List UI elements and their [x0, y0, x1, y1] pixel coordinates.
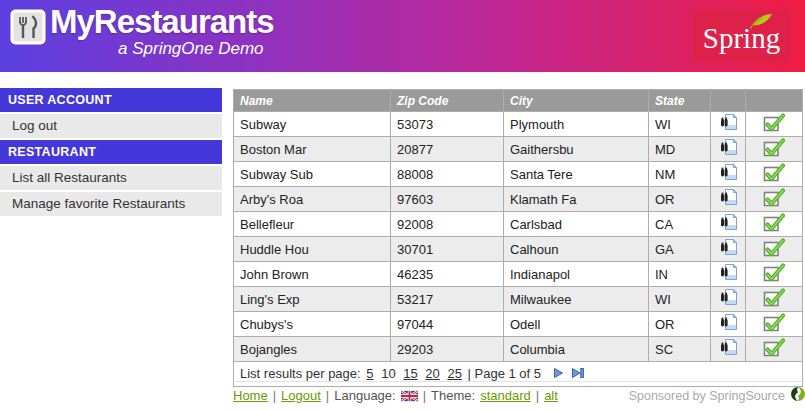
table-row: Boston Mar 20877 Gaithersbu MD — [234, 137, 803, 162]
favorite-checkbox[interactable] — [763, 138, 785, 157]
column-header-zip: Zip Code — [391, 90, 504, 112]
cell-city: Klamath Fa — [504, 187, 649, 212]
springsource-logo-icon — [791, 387, 805, 404]
favorite-checked-icon — [763, 245, 785, 260]
view-details-button[interactable] — [719, 189, 738, 206]
view-details-icon — [719, 119, 738, 134]
view-details-icon — [719, 269, 738, 284]
separator: | — [273, 388, 276, 403]
view-details-button[interactable] — [719, 314, 738, 331]
view-details-icon — [719, 294, 738, 309]
column-header-state: State — [649, 90, 711, 112]
per-page-option-25[interactable]: 25 — [447, 366, 461, 381]
per-page-option-5[interactable]: 5 — [366, 366, 373, 381]
next-page-button[interactable] — [553, 367, 564, 379]
sidebar-section-restaurant: RESTAURANT — [0, 140, 222, 166]
table-header-row: Name Zip Code City State — [234, 90, 803, 112]
theme-alt-link[interactable]: alt — [544, 388, 558, 403]
favorite-checkbox[interactable] — [763, 263, 785, 282]
cell-city: Odell — [504, 312, 649, 337]
cell-state: WI — [649, 287, 711, 312]
view-details-button[interactable] — [719, 239, 738, 256]
cell-state: CA — [649, 212, 711, 237]
view-details-button[interactable] — [719, 139, 738, 156]
cell-name: Subway — [234, 112, 391, 137]
cell-city: Calhoun — [504, 237, 649, 262]
sidebar-item-logout[interactable]: Log out — [0, 114, 222, 140]
cell-state: OR — [649, 187, 711, 212]
view-details-button[interactable] — [719, 164, 738, 181]
table-row: Subway Sub 88008 Santa Tere NM — [234, 162, 803, 187]
column-header-name: Name — [234, 90, 391, 112]
page-status: | Page 1 of 5 — [468, 366, 542, 381]
cell-city: Plymouth — [504, 112, 649, 137]
cell-state: NM — [649, 162, 711, 187]
cell-zip: 29203 — [391, 337, 504, 362]
footer: Home | Logout | Language: | Theme: stand… — [233, 381, 805, 407]
restaurants-table: Name Zip Code City State Subway 53073 Pl… — [233, 89, 803, 387]
app-header: MyRestaurants a SpringOne Demo Spring — [0, 0, 805, 72]
cell-state: GA — [649, 237, 711, 262]
title-block: MyRestaurants a SpringOne Demo — [50, 2, 274, 59]
view-details-button[interactable] — [719, 289, 738, 306]
cell-name: Bellefleur — [234, 212, 391, 237]
theme-standard-link[interactable]: standard — [480, 388, 531, 403]
sidebar-item-list-all-restaurants[interactable]: List all Restaurants — [0, 166, 222, 192]
table-row: Bellefleur 92008 Carlsbad CA — [234, 212, 803, 237]
cell-city: Santa Tere — [504, 162, 649, 187]
table-row: Bojangles 29203 Columbia SC — [234, 337, 803, 362]
cell-zip: 88008 — [391, 162, 504, 187]
favorite-checkbox[interactable] — [763, 313, 785, 332]
per-page-option-20[interactable]: 20 — [425, 366, 439, 381]
spring-logo: Spring — [693, 10, 790, 62]
view-details-icon — [719, 169, 738, 184]
per-page-option-10-current: 10 — [381, 366, 395, 381]
cell-city: Gaithersbu — [504, 137, 649, 162]
favorite-checkbox[interactable] — [763, 288, 785, 307]
next-page-icon — [553, 367, 564, 382]
separator: | — [326, 388, 329, 403]
favorite-checked-icon — [763, 345, 785, 360]
home-link[interactable]: Home — [233, 388, 268, 403]
view-details-icon — [719, 344, 738, 359]
page-subtitle: a SpringOne Demo — [118, 39, 274, 59]
favorite-checkbox[interactable] — [763, 113, 785, 132]
logout-link[interactable]: Logout — [281, 388, 321, 403]
cell-city: Carlsbad — [504, 212, 649, 237]
view-details-button[interactable] — [719, 214, 738, 231]
sidebar-item-manage-favorite-restaurants[interactable]: Manage favorite Restaurants — [0, 192, 222, 218]
cell-zip: 20877 — [391, 137, 504, 162]
favorite-checkbox[interactable] — [763, 238, 785, 257]
cell-zip: 30701 — [391, 237, 504, 262]
cell-state: IN — [649, 262, 711, 287]
separator: | — [423, 388, 426, 403]
last-page-icon — [571, 367, 585, 382]
favorite-checkbox[interactable] — [763, 213, 785, 232]
per-page-option-15[interactable]: 15 — [403, 366, 417, 381]
cell-name: John Brown — [234, 262, 391, 287]
cell-city: Indianapol — [504, 262, 649, 287]
favorite-checkbox[interactable] — [763, 163, 785, 182]
cell-name: Bojangles — [234, 337, 391, 362]
page-title: MyRestaurants — [50, 2, 274, 42]
view-details-button[interactable] — [719, 264, 738, 281]
favorite-checkbox[interactable] — [763, 338, 785, 357]
view-details-button[interactable] — [719, 114, 738, 131]
view-details-icon — [719, 219, 738, 234]
last-page-button[interactable] — [571, 367, 585, 379]
table-row: John Brown 46235 Indianapol IN — [234, 262, 803, 287]
favorite-checkbox[interactable] — [763, 188, 785, 207]
per-page-label: List results per page: — [240, 366, 361, 381]
cell-zip: 53073 — [391, 112, 504, 137]
view-details-button[interactable] — [719, 339, 738, 356]
cell-zip: 53217 — [391, 287, 504, 312]
cell-zip: 97044 — [391, 312, 504, 337]
view-details-icon — [719, 144, 738, 159]
favorite-checked-icon — [763, 170, 785, 185]
column-header-favorite — [746, 90, 803, 112]
column-header-city: City — [504, 90, 649, 112]
column-header-view — [711, 90, 746, 112]
cell-state: WI — [649, 112, 711, 137]
uk-flag-icon[interactable] — [401, 390, 418, 402]
cell-name: Huddle Hou — [234, 237, 391, 262]
